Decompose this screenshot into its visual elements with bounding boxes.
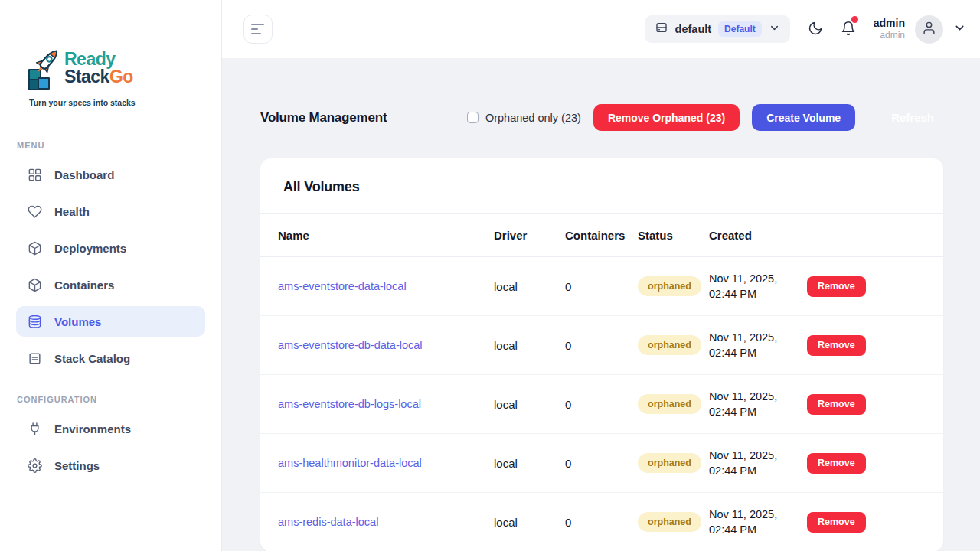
- gear-icon: [28, 458, 42, 473]
- volume-name-link[interactable]: ams-redis-data-local: [278, 516, 378, 528]
- server-icon: [655, 21, 668, 37]
- sidebar-item-label: Health: [54, 205, 90, 218]
- volume-name-link[interactable]: ams-eventstore-data-local: [278, 280, 407, 292]
- orphaned-only-label: Orphaned only (23): [485, 112, 581, 124]
- environment-selector[interactable]: default Default: [645, 15, 790, 43]
- bell-icon: [841, 21, 856, 38]
- sidebar-item-label: Volumes: [54, 315, 101, 328]
- sidebar-item-containers[interactable]: Containers: [16, 269, 205, 300]
- user-name: admin: [874, 17, 905, 31]
- avatar: [915, 15, 943, 44]
- moon-icon: [808, 21, 823, 38]
- cube-icon: [28, 241, 42, 256]
- volume-containers-count: 0: [565, 280, 638, 293]
- rocket-stack-logo-icon: [28, 47, 63, 95]
- volume-created-date: Nov 11, 2025, 02:44 PM: [709, 330, 789, 360]
- environment-name: default: [675, 23, 712, 35]
- status-badge: orphaned: [638, 453, 701, 473]
- remove-volume-button[interactable]: Remove: [807, 335, 866, 356]
- database-icon: [28, 315, 42, 329]
- volumes-card-title: All Volumes: [260, 158, 943, 214]
- volume-created-date: Nov 11, 2025, 02:44 PM: [709, 448, 789, 478]
- nav-section-label: CONFIGURATION: [17, 395, 221, 404]
- app-window: Ready StackGo Turn your specs into stack…: [0, 0, 980, 551]
- volume-containers-count: 0: [565, 339, 638, 352]
- user-menu[interactable]: admin admin: [874, 15, 966, 44]
- column-header-driver: Driver: [494, 229, 565, 242]
- sidebar-item-deployments[interactable]: Deployments: [16, 233, 205, 263]
- column-header-name: Name: [278, 229, 494, 242]
- volume-created-date: Nov 11, 2025, 02:44 PM: [709, 507, 789, 537]
- status-badge: orphaned: [638, 335, 701, 355]
- page-header: Volume Management Orphaned only (23) Rem…: [260, 104, 943, 131]
- volume-driver: local: [494, 457, 565, 470]
- column-header-created: Created: [709, 229, 800, 242]
- volume-created-date: Nov 11, 2025, 02:44 PM: [709, 389, 789, 419]
- chevron-down-icon: [953, 21, 966, 37]
- table-row: ams-healthmonitor-data-locallocal0orphan…: [260, 434, 943, 493]
- column-header-status: Status: [638, 229, 709, 242]
- notifications-button[interactable]: [841, 21, 856, 38]
- table-row: ams-eventstore-data-locallocal0orphanedN…: [260, 257, 943, 316]
- sidebar-item-label: Settings: [54, 459, 100, 472]
- sidebar-nav: MENUDashboardHealthDeploymentsContainers…: [0, 141, 221, 481]
- sidebar-item-label: Stack Catalog: [54, 352, 130, 365]
- sidebar-toggle-button[interactable]: [243, 15, 273, 44]
- topbar: default Default: [222, 0, 980, 58]
- page-title: Volume Management: [260, 110, 387, 126]
- remove-volume-button[interactable]: Remove: [807, 276, 866, 297]
- volume-driver: local: [494, 339, 565, 352]
- main-area: default Default: [222, 0, 980, 551]
- nav-section-label: MENU: [17, 141, 221, 150]
- volume-driver: local: [494, 398, 565, 411]
- sidebar-item-settings[interactable]: Settings: [16, 450, 205, 481]
- sidebar-item-environments[interactable]: Environments: [16, 413, 205, 444]
- status-badge: orphaned: [638, 512, 701, 532]
- table-header-row: Name Driver Containers Status Created: [260, 214, 943, 257]
- sidebar-item-label: Containers: [54, 279, 114, 292]
- sidebar-item-label: Deployments: [54, 242, 126, 255]
- sidebar-item-dashboard[interactable]: Dashboard: [16, 159, 205, 190]
- user-role: admin: [874, 30, 905, 41]
- column-header-containers: Containers: [565, 229, 638, 242]
- table-row: ams-eventstore-db-logs-locallocal0orphan…: [260, 375, 943, 434]
- plug-icon: [28, 422, 42, 436]
- hamburger-icon: [251, 24, 264, 26]
- sidebar-item-label: Dashboard: [54, 168, 114, 181]
- remove-volume-button[interactable]: Remove: [807, 453, 866, 474]
- table-row: ams-eventstore-db-data-locallocal0orphan…: [260, 316, 943, 375]
- heart-icon: [28, 204, 42, 219]
- volume-driver: local: [494, 516, 565, 529]
- orphaned-only-checkbox[interactable]: [467, 112, 479, 123]
- volume-name-link[interactable]: ams-healthmonitor-data-local: [278, 457, 422, 469]
- environment-default-badge: Default: [718, 21, 762, 37]
- create-volume-button[interactable]: Create Volume: [752, 104, 855, 131]
- catalog-icon: [28, 351, 42, 366]
- status-badge: orphaned: [638, 394, 701, 414]
- page-content: Volume Management Orphaned only (23) Rem…: [222, 58, 980, 551]
- orphaned-only-filter[interactable]: Orphaned only (23): [467, 112, 581, 124]
- refresh-button[interactable]: Refresh: [882, 104, 943, 131]
- table-body: ams-eventstore-data-locallocal0orphanedN…: [260, 257, 943, 551]
- sidebar: Ready StackGo Turn your specs into stack…: [0, 0, 222, 551]
- brand-logo-block: Ready StackGo Turn your specs into stack…: [28, 47, 196, 107]
- sidebar-item-volumes[interactable]: Volumes: [16, 306, 205, 337]
- chevron-down-icon: [769, 22, 780, 37]
- volume-name-link[interactable]: ams-eventstore-db-data-local: [278, 339, 423, 351]
- cube-icon: [28, 278, 42, 292]
- remove-orphaned-button[interactable]: Remove Orphaned (23): [593, 104, 740, 131]
- volume-driver: local: [494, 280, 565, 293]
- table-row: ams-redis-data-locallocal0orphanedNov 11…: [260, 493, 943, 551]
- volume-containers-count: 0: [565, 398, 638, 411]
- brand-name: Ready StackGo: [64, 51, 133, 86]
- dark-mode-toggle[interactable]: [808, 21, 823, 38]
- remove-volume-button[interactable]: Remove: [807, 394, 866, 415]
- sidebar-item-health[interactable]: Health: [16, 196, 205, 227]
- sidebar-item-stack-catalog[interactable]: Stack Catalog: [16, 343, 205, 373]
- grid-icon: [28, 168, 42, 182]
- remove-volume-button[interactable]: Remove: [807, 512, 866, 533]
- volume-containers-count: 0: [565, 516, 638, 529]
- volumes-card: All Volumes Name Driver Containers Statu…: [260, 158, 943, 551]
- volume-name-link[interactable]: ams-eventstore-db-logs-local: [278, 398, 421, 410]
- brand-tagline: Turn your specs into stacks: [29, 98, 196, 107]
